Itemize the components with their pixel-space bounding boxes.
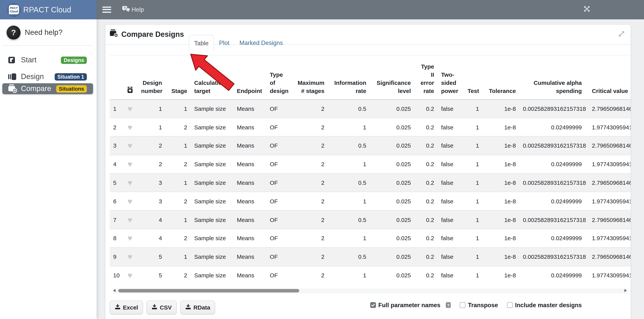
cell-test: 1 bbox=[462, 248, 482, 266]
cell-calculation-target: Sample size bbox=[191, 136, 233, 155]
col-header-type-ii-error-rate: Type II error rate bbox=[414, 55, 438, 99]
fullscreen-icon bbox=[584, 6, 590, 13]
cell-endpoint: Means bbox=[233, 173, 266, 192]
cell-stage: 2 bbox=[166, 229, 191, 248]
cell-two-sided-power: false bbox=[438, 229, 462, 248]
sidebar-item-design[interactable]: DesignSituation 1 bbox=[2, 71, 93, 82]
cell-critical-value: 1.97743095941 bbox=[585, 266, 630, 284]
cell-two-sided-power: false bbox=[438, 192, 462, 211]
cell-row-index: 6 bbox=[110, 192, 124, 211]
favorite-heart[interactable]: ♥ bbox=[128, 123, 132, 131]
favorite-heart[interactable]: ♥ bbox=[128, 160, 132, 169]
tab-marked-designs[interactable]: Marked Designs bbox=[234, 35, 288, 50]
favorite-heart[interactable]: ♥ bbox=[128, 215, 132, 224]
scroll-right-arrow[interactable] bbox=[624, 289, 627, 292]
cell-row-index: 5 bbox=[110, 173, 124, 192]
cell-cumulative-alpha-spending: 0.02499999 bbox=[520, 118, 585, 137]
favorite-heart[interactable]: ♥ bbox=[128, 234, 132, 243]
cell-test: 1 bbox=[462, 155, 482, 174]
sidebar-item-compare[interactable]: CompareSituations bbox=[2, 83, 93, 94]
help-badge-icon[interactable]: ? bbox=[446, 302, 451, 308]
option-include-master-designs[interactable]: Include master designs bbox=[507, 302, 582, 309]
need-help-label: Need help? bbox=[25, 28, 62, 37]
cell-favorite: ♥ bbox=[124, 155, 138, 174]
help-link[interactable]: ? Help bbox=[122, 0, 144, 19]
checkbox-full-parameter-names[interactable] bbox=[370, 302, 376, 308]
favorite-heart[interactable]: ♥ bbox=[128, 271, 132, 280]
compare-designs-card: Compare Designs TablePlotMarked Designs … bbox=[106, 25, 630, 319]
export-rdata-button[interactable]: RData bbox=[180, 301, 215, 314]
col-header-maximum-stages: Maximum # stages bbox=[294, 55, 328, 99]
scroll-left-arrow[interactable] bbox=[113, 289, 116, 292]
cell-type-of-design: OF bbox=[266, 266, 294, 284]
export-excel-button[interactable]: Excel bbox=[110, 301, 143, 314]
hamburger-menu-icon[interactable] bbox=[102, 6, 111, 13]
cell-stage: 2 bbox=[166, 192, 191, 211]
cell-row-index: 8 bbox=[110, 229, 124, 248]
favorite-heart[interactable]: ♥ bbox=[128, 197, 132, 206]
favorite-heart[interactable]: ♥ bbox=[128, 141, 132, 150]
cell-type-of-design: OF bbox=[266, 248, 294, 266]
cell-maximum-stages: 2 bbox=[294, 248, 328, 266]
cell-type-ii-error-rate: 0.2 bbox=[414, 136, 438, 155]
cell-significance-level: 0.025 bbox=[370, 266, 414, 284]
cell-maximum-stages: 2 bbox=[294, 136, 328, 155]
option-full-parameter-names[interactable]: Full parameter names? bbox=[370, 302, 451, 309]
cell-information-rate: 1 bbox=[328, 192, 370, 211]
sidebar-need-help[interactable]: ? Need help? bbox=[6, 25, 62, 39]
table-row: 7♥41Sample sizeMeansOF20.50.0250.2false1… bbox=[110, 211, 630, 229]
cell-endpoint: Means bbox=[233, 248, 266, 266]
table-row: 5♥31Sample sizeMeansOF20.50.0250.2false1… bbox=[110, 173, 630, 192]
sidebar-item-label: Start bbox=[21, 56, 36, 64]
main-content: Compare Designs TablePlotMarked Designs … bbox=[96, 19, 644, 319]
cell-test: 1 bbox=[462, 211, 482, 229]
cell-significance-level: 0.025 bbox=[370, 118, 414, 137]
cell-maximum-stages: 2 bbox=[294, 266, 328, 284]
col-header-cumulative-alpha-spending: Cumulative alpha spending bbox=[520, 55, 585, 99]
cell-maximum-stages: 2 bbox=[294, 173, 328, 192]
cell-test: 1 bbox=[462, 173, 482, 192]
tab-bar: TablePlotMarked Designs bbox=[173, 35, 288, 51]
logo-text-bottom: Cloud bbox=[10, 10, 18, 13]
cell-significance-level: 0.025 bbox=[370, 136, 414, 155]
favorite-heart[interactable]: ♥ bbox=[128, 252, 132, 261]
cell-test: 1 bbox=[462, 266, 482, 284]
col-header-row-index bbox=[110, 55, 124, 99]
cell-stage: 1 bbox=[166, 211, 191, 229]
cell-significance-level: 0.025 bbox=[370, 248, 414, 266]
cell-cumulative-alpha-spending: 0.02499999 bbox=[520, 192, 585, 211]
cell-endpoint: Means bbox=[233, 211, 266, 229]
favorite-heart[interactable]: ♥ bbox=[128, 178, 132, 187]
table-row: 3♥21Sample sizeMeansOF20.50.0250.2false1… bbox=[110, 136, 630, 155]
topbar: ? Help bbox=[96, 0, 644, 19]
cell-endpoint: Means bbox=[233, 99, 266, 118]
cell-design-number: 1 bbox=[138, 99, 166, 118]
cell-endpoint: Means bbox=[233, 118, 266, 137]
scroll-thumb[interactable] bbox=[118, 289, 299, 293]
horizontal-scrollbar[interactable] bbox=[112, 288, 628, 293]
checkbox-transpose[interactable] bbox=[460, 302, 466, 308]
sidebar-item-start[interactable]: StartDesigns bbox=[2, 55, 93, 65]
cell-design-number: 2 bbox=[138, 155, 166, 174]
cell-type-ii-error-rate: 0.2 bbox=[414, 229, 438, 248]
svg-text:?: ? bbox=[124, 6, 126, 10]
fullscreen-button[interactable] bbox=[584, 0, 590, 19]
cell-design-number: 1 bbox=[138, 118, 166, 137]
option-transpose[interactable]: Transpose bbox=[460, 302, 498, 309]
tab-table[interactable]: Table bbox=[189, 35, 214, 51]
col-header-test: Test bbox=[462, 55, 482, 99]
checkbox-include-master-designs[interactable] bbox=[507, 302, 513, 308]
cell-significance-level: 0.025 bbox=[370, 229, 414, 248]
expand-panel-button[interactable] bbox=[618, 31, 624, 38]
cell-design-number: 5 bbox=[138, 248, 166, 266]
sidebar: PACT Cloud RPACT Cloud ? Need help? Star… bbox=[0, 0, 96, 319]
tab-plot[interactable]: Plot bbox=[214, 35, 234, 50]
favorite-heart[interactable]: ♥ bbox=[128, 104, 132, 113]
export-csv-button[interactable]: CSV bbox=[146, 301, 177, 314]
cell-type-ii-error-rate: 0.2 bbox=[414, 192, 438, 211]
sidebar-item-badge: Situations bbox=[56, 85, 87, 92]
cell-tolerance: 1e-8 bbox=[482, 266, 520, 284]
cell-cumulative-alpha-spending: 0.02499999 bbox=[520, 229, 585, 248]
cell-cumulative-alpha-spending: 0.002582893162157318 bbox=[520, 173, 585, 192]
designs-table: Design numberStageCalculation targetEndp… bbox=[110, 55, 630, 284]
